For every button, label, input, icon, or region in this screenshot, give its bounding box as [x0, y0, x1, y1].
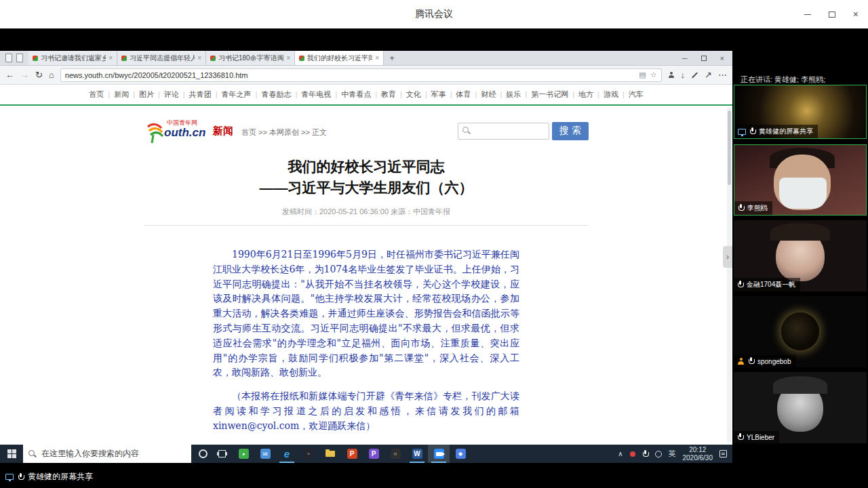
mic-tray-icon[interactable]	[642, 450, 648, 458]
profile-icon[interactable]	[668, 72, 675, 79]
participants-panel: 正在讲话: 黄雄健; 李熊鸥; 黄雄健的屏幕共享 李熊鸥 金融1704聂一帆 s…	[732, 28, 868, 463]
page-icon[interactable]	[5, 54, 12, 62]
tray-expand-icon[interactable]: ∧	[618, 450, 623, 458]
youthcn-logo[interactable]: 中国青年网 outh.cn	[144, 117, 212, 144]
system-tray: ∧ 英 20:12 2020/6/30	[618, 446, 732, 462]
nav-link[interactable]: 第一书记网	[531, 89, 578, 100]
more-menu-icon[interactable]: ⋯	[718, 70, 727, 80]
start-button[interactable]	[0, 445, 23, 463]
search-button[interactable]: 搜索	[552, 122, 589, 140]
nav-link[interactable]: 首页	[89, 89, 114, 100]
nav-link[interactable]: 青年电视	[301, 89, 341, 100]
favorite-star-icon[interactable]: ☆	[650, 70, 657, 79]
blue-app-icon[interactable]: ◆	[450, 445, 471, 463]
clock-time: 20:12	[683, 446, 713, 454]
share-status-label: 黄雄健的屏幕共享	[28, 471, 93, 483]
favicon	[299, 56, 304, 61]
meeting-titlebar: 腾讯会议 ─ ×	[0, 0, 868, 28]
mic-icon	[737, 281, 743, 289]
nav-link[interactable]: 中青看点	[341, 89, 381, 100]
new-tab-button[interactable]: +	[384, 51, 400, 65]
participant-tile-3[interactable]: 金融1704聂一帆	[734, 220, 867, 291]
panel-collapse-handle[interactable]: ›	[723, 246, 732, 268]
mail-app-icon[interactable]: ✉	[254, 445, 276, 463]
explorer-app-icon[interactable]	[319, 445, 341, 463]
reader-mode-icon[interactable]: ▤	[639, 70, 646, 79]
back-icon[interactable]: ←	[5, 70, 14, 80]
notification-dot-icon[interactable]	[630, 451, 635, 457]
refresh-icon[interactable]: ↻	[35, 70, 43, 80]
cortana-icon[interactable]	[199, 449, 208, 458]
screen-share-icon	[738, 129, 746, 135]
browser-tab-3[interactable]: 习书记180余字寄语闽江大学 ×	[206, 51, 295, 65]
annotate-pen-icon[interactable]	[692, 72, 698, 78]
url-field[interactable]: news.youth.cn/bwyc/202005/t20200521_1233…	[60, 68, 662, 82]
section-label[interactable]: 新闻	[213, 125, 233, 138]
edge-app-icon[interactable]: e	[276, 445, 298, 463]
page-icon[interactable]	[16, 54, 23, 62]
purple-app-icon[interactable]: P	[363, 445, 384, 463]
tab-close-icon[interactable]: ×	[197, 54, 201, 62]
close-icon[interactable]: ×	[853, 9, 859, 20]
nav-link[interactable]: 共青团	[189, 89, 222, 100]
task-view-icon[interactable]	[218, 450, 226, 458]
green-app-icon[interactable]: ●	[233, 445, 254, 463]
maximize-icon[interactable]	[829, 12, 835, 18]
nav-link[interactable]: 图片	[139, 89, 164, 100]
participant-tile-5[interactable]: YLBieber	[734, 372, 867, 443]
nav-link[interactable]: 教育	[381, 89, 406, 100]
share-icon[interactable]: ↗	[705, 70, 712, 80]
browser-tab-4-active[interactable]: 我们的好校长习近平同志 ×	[295, 51, 384, 65]
taskbar-clock[interactable]: 20:12 2020/6/30	[683, 446, 713, 462]
store-app-icon[interactable]: ▫	[298, 445, 319, 463]
bottom-share-bar: 黄雄健的屏幕共享	[0, 463, 868, 488]
tab-close-icon[interactable]: ×	[286, 54, 290, 62]
participant-name: YLBieber	[747, 434, 774, 441]
browser-tab-2[interactable]: 习近平同志提倡年轻人要"自 ×	[117, 51, 206, 65]
nav-link[interactable]: 新闻	[114, 89, 139, 100]
scrollbar-thumb[interactable]	[728, 110, 731, 185]
article-title-line2: ——习近平与大学生朋友们（六）	[144, 177, 589, 198]
action-center-icon[interactable]	[719, 450, 727, 458]
nav-link[interactable]: 军事	[431, 89, 456, 100]
network-icon[interactable]	[655, 451, 662, 458]
nav-link[interactable]: 地方	[578, 89, 604, 100]
tab-close-icon[interactable]: ×	[108, 54, 113, 62]
taskbar-search-input[interactable]: 在这里输入你要搜索的内容	[23, 445, 191, 463]
tab-close-icon[interactable]: ×	[375, 54, 379, 62]
word-app-icon[interactable]: W	[406, 445, 428, 463]
participant-name: 黄雄健的屏幕共享	[759, 127, 813, 136]
nav-link[interactable]: 青春励志	[261, 89, 301, 100]
participant-tile-2[interactable]: 李熊鸥	[734, 144, 867, 216]
download-icon[interactable]: ↓	[681, 70, 686, 80]
tab-title: 习书记180余字寄语闽江大学	[218, 54, 283, 63]
nav-link[interactable]: 青年之声	[222, 89, 262, 100]
breadcrumb[interactable]: 首页 >> 本网原创 >> 正文	[241, 127, 327, 138]
participant-tile-screen-share[interactable]: 黄雄健的屏幕共享	[734, 85, 867, 139]
browser-close-icon[interactable]: ×	[720, 54, 724, 62]
browser-maximize-icon[interactable]	[701, 56, 707, 61]
meeting-app-icon[interactable]	[428, 445, 450, 463]
windows-logo-icon	[7, 449, 16, 458]
nav-link[interactable]: 娱乐	[506, 89, 531, 100]
nav-link[interactable]: 文化	[406, 89, 431, 100]
browser-minimize-icon[interactable]: ─	[682, 54, 688, 62]
participant-tile-4[interactable]: spongebob	[734, 296, 867, 367]
minimize-icon[interactable]: ─	[804, 9, 811, 20]
home-icon[interactable]: ⌂	[49, 70, 54, 80]
dark-app-icon[interactable]: ○	[384, 445, 406, 463]
language-indicator[interactable]: 英	[669, 449, 676, 459]
article-meta: 发稿时间：2020-05-21 06:36:00 来源：中国青年报	[144, 207, 589, 226]
nav-link[interactable]: 汽车	[629, 89, 644, 100]
page-scrollbar[interactable]	[727, 108, 732, 443]
nav-link[interactable]: 财经	[481, 89, 506, 100]
windows-taskbar: 在这里输入你要搜索的内容 ● ✉ e ▫ P P ○ W ◆ ∧ 英 20:12…	[0, 445, 732, 463]
powerpoint-app-icon[interactable]: P	[341, 445, 363, 463]
nav-link[interactable]: 游戏	[604, 89, 629, 100]
site-search-input[interactable]	[458, 123, 549, 140]
nav-link[interactable]: 评论	[164, 89, 189, 100]
search-icon	[462, 127, 471, 135]
nav-link[interactable]: 体育	[456, 89, 481, 100]
browser-tab-1[interactable]: 习书记邀请我们返家乡创业 ×	[28, 51, 117, 65]
forward-icon[interactable]: →	[20, 70, 29, 80]
